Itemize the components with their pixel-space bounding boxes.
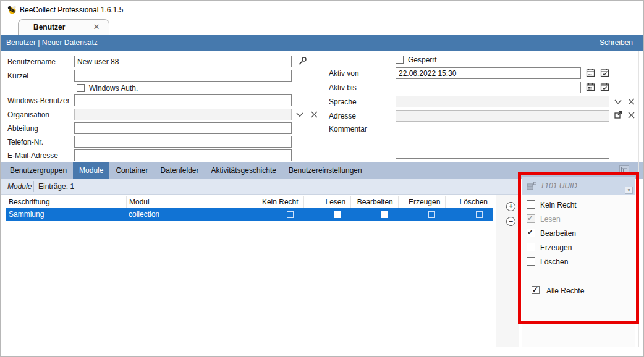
panel-bearbeiten-label: Bearbeiten xyxy=(540,229,576,238)
rights-panel xyxy=(522,177,635,347)
layout-grid-icon[interactable] xyxy=(619,165,629,174)
window-title: BeeCollect Professional 1.6.1.5 xyxy=(20,6,123,14)
module-status-bar: Module Einträge: 1 xyxy=(1,178,518,195)
kommentar-textarea[interactable] xyxy=(396,124,609,159)
tab-close-icon[interactable]: ✕ xyxy=(92,23,101,32)
row-lesen-checkbox[interactable] xyxy=(334,211,341,218)
subtab-container[interactable]: Container xyxy=(109,162,154,178)
sprache-chevron-down-icon[interactable] xyxy=(614,98,622,106)
entries-count: Einträge: 1 xyxy=(38,182,74,191)
subtab-benutzergruppen[interactable]: Benutzergruppen xyxy=(4,162,73,178)
aktiv-bis-calendar-check-icon[interactable] xyxy=(600,82,609,91)
panel-lesen-checkbox[interactable] xyxy=(527,214,535,223)
col-loeschen[interactable]: Löschen xyxy=(445,196,493,208)
entries-label: Einträge: xyxy=(38,182,68,191)
aktiv-bis-calendar-icon[interactable] xyxy=(586,82,595,91)
row-erzeugen-checkbox[interactable] xyxy=(428,211,435,218)
gesperrt-checkbox[interactable] xyxy=(396,56,404,64)
windows-benutzer-label: Windows-Benutzer xyxy=(7,96,70,105)
windows-auth-checkbox[interactable] xyxy=(77,84,85,92)
tab-benutzer-label: Benutzer xyxy=(33,23,65,32)
panel-kein-recht-label: Kein Recht xyxy=(540,201,577,209)
password-key-icon[interactable] xyxy=(297,56,307,66)
telefon-label: Telefon-Nr. xyxy=(7,138,43,146)
panel-bearbeiten-checkbox[interactable] xyxy=(527,229,535,237)
title-bar: BeeCollect Professional 1.6.1.5 xyxy=(1,1,643,19)
col-bearbeiten[interactable]: Bearbeiten xyxy=(350,196,398,208)
app-bee-icon xyxy=(7,5,17,15)
kuerzel-input[interactable] xyxy=(74,70,292,82)
entries-value: 1 xyxy=(70,182,74,191)
rights-panel-header: T101 UUID ▾ xyxy=(522,177,635,195)
content-right-gutter xyxy=(638,51,639,347)
aktiv-von-input[interactable] xyxy=(396,67,581,79)
col-kein-recht[interactable]: Kein Recht xyxy=(256,196,303,208)
remove-row-button[interactable]: − xyxy=(506,217,515,226)
adresse-input[interactable] xyxy=(396,110,609,122)
cell-modul: collection xyxy=(126,210,256,219)
rights-panel-title: T101 UUID xyxy=(540,182,577,190)
schreiben-button[interactable]: Schreiben xyxy=(600,38,633,47)
panel-erzeugen-checkbox[interactable] xyxy=(527,243,535,251)
abteilung-label: Abteilung xyxy=(7,124,38,133)
email-input[interactable] xyxy=(74,149,292,161)
gesperrt-label: Gesperrt xyxy=(408,56,437,64)
organisation-input[interactable] xyxy=(74,109,292,120)
status-section-label: Module xyxy=(7,182,32,191)
subtab-module[interactable]: Module xyxy=(73,162,109,178)
email-label: E-Mail-Adresse xyxy=(7,151,58,160)
windows-benutzer-input[interactable] xyxy=(74,94,292,106)
panel-kein-recht-checkbox[interactable] xyxy=(527,200,535,209)
aktiv-von-calendar-check-icon[interactable] xyxy=(600,68,609,77)
panel-sort-icon[interactable]: ▾ xyxy=(625,187,633,194)
subtab-aktivitaetsgeschichte[interactable]: Aktivitätsgeschichte xyxy=(205,162,282,178)
subtab-benutzereinstellungen[interactable]: Benutzereinstellungen xyxy=(282,162,368,178)
organisation-label: Organisation xyxy=(7,111,49,119)
sprache-input[interactable] xyxy=(396,96,609,107)
module-rights-table: Beschriftung Modul Kein Recht Lesen Bear… xyxy=(6,196,493,220)
subtab-strip: Benutzergruppen Module Container Datenfe… xyxy=(1,162,643,178)
panel-erzeugen-label: Erzeugen xyxy=(540,243,572,252)
adresse-open-external-icon[interactable] xyxy=(614,111,622,119)
sprache-clear-icon[interactable] xyxy=(627,98,635,106)
aktiv-bis-input[interactable] xyxy=(396,82,581,93)
record-header: Benutzer | Neuer Datensatz Schreiben xyxy=(1,35,643,51)
kommentar-label: Kommentar xyxy=(329,125,367,133)
row-loeschen-checkbox[interactable] xyxy=(476,211,483,218)
col-beschriftung[interactable]: Beschriftung xyxy=(6,196,126,208)
aktiv-von-calendar-icon[interactable] xyxy=(586,68,595,77)
sprache-label: Sprache xyxy=(329,98,357,106)
aktiv-von-label: Aktiv von xyxy=(329,69,359,78)
adresse-clear-icon[interactable] xyxy=(627,111,635,119)
table-row-sammlung[interactable]: Sammlung collection xyxy=(6,208,493,220)
windows-auth-label: Windows Auth. xyxy=(89,84,138,93)
col-erzeugen[interactable]: Erzeugen xyxy=(398,196,446,208)
abteilung-input[interactable] xyxy=(74,122,292,134)
benutzername-input[interactable] xyxy=(74,56,292,67)
panel-loeschen-checkbox[interactable] xyxy=(527,257,535,266)
module-node-icon xyxy=(527,182,536,190)
status-separator xyxy=(33,181,34,192)
subtab-datenfelder[interactable]: Datenfelder xyxy=(154,162,205,178)
col-modul[interactable]: Modul xyxy=(126,196,256,208)
aktiv-bis-label: Aktiv bis xyxy=(329,83,357,92)
app-window: BeeCollect Professional 1.6.1.5 Benutzer… xyxy=(0,0,644,357)
record-header-title: Benutzer | Neuer Datensatz xyxy=(6,38,98,47)
cell-beschriftung: Sammlung xyxy=(6,210,126,219)
telefon-input[interactable] xyxy=(74,136,292,148)
organisation-chevron-down-icon[interactable] xyxy=(295,111,304,119)
table-header-row: Beschriftung Modul Kein Recht Lesen Bear… xyxy=(6,196,493,208)
organisation-clear-icon[interactable] xyxy=(310,111,318,119)
panel-lesen-label: Lesen xyxy=(540,215,561,224)
panel-loeschen-label: Löschen xyxy=(540,258,568,266)
benutzername-label: Benutzername xyxy=(7,57,56,66)
adresse-label: Adresse xyxy=(329,112,356,120)
tab-benutzer[interactable]: Benutzer ✕ xyxy=(18,19,109,35)
row-kein-recht-checkbox[interactable] xyxy=(287,211,294,218)
add-row-button[interactable]: + xyxy=(506,202,515,211)
kuerzel-label: Kürzel xyxy=(7,72,28,80)
panel-alle-rechte-checkbox[interactable] xyxy=(532,286,540,294)
row-bearbeiten-checkbox[interactable] xyxy=(381,211,388,218)
panel-alle-rechte-label: Alle Rechte xyxy=(546,287,584,295)
col-lesen[interactable]: Lesen xyxy=(303,196,351,208)
